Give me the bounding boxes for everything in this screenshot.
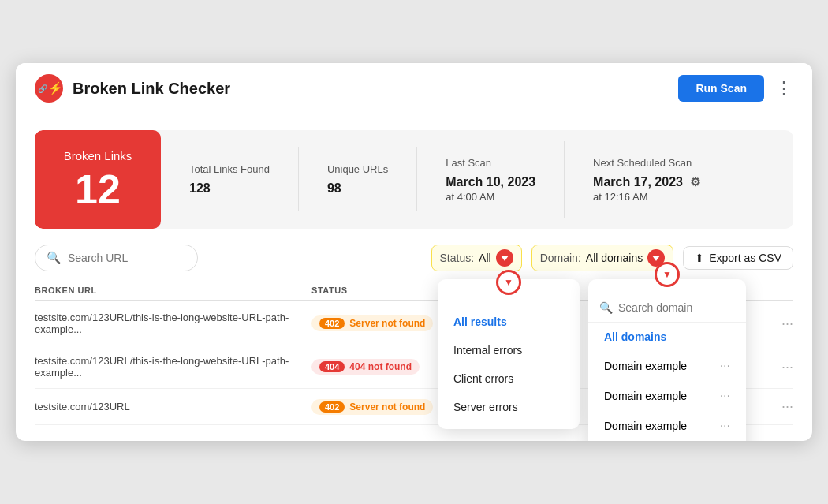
status-filter[interactable]: Status: All bbox=[431, 245, 522, 271]
col-broken-url: BROKEN URL bbox=[35, 286, 311, 295]
search-url-container[interactable]: 🔍 bbox=[35, 245, 198, 271]
unique-urls-stat: Unique URLs 98 bbox=[299, 147, 417, 211]
status-code: 402 bbox=[319, 318, 345, 329]
last-scan-label: Last Scan bbox=[446, 157, 535, 169]
app-title: Broken Link Checker bbox=[73, 80, 678, 98]
row2-more[interactable]: ··· bbox=[746, 359, 793, 375]
row2-url: testsite.com/123URL/this-is-the-long-web… bbox=[35, 355, 311, 379]
status-chevron-button[interactable] bbox=[496, 249, 513, 267]
status-server-errors[interactable]: Server errors bbox=[438, 393, 580, 421]
export-icon: ⬆ bbox=[695, 252, 704, 264]
domain-search-input[interactable] bbox=[618, 301, 729, 314]
col-actions bbox=[746, 286, 793, 295]
total-links-value: 128 bbox=[189, 181, 270, 196]
status-badge-402b: 402 Server not found bbox=[311, 399, 433, 415]
status-chevron-icon bbox=[501, 256, 509, 261]
broken-links-count: 12 bbox=[75, 169, 121, 210]
next-scan-time: at 12:16 AM bbox=[593, 191, 700, 203]
status-code: 404 bbox=[319, 361, 345, 372]
status-filter-value: All bbox=[479, 252, 491, 264]
broken-links-card: Broken Links 12 bbox=[35, 130, 161, 229]
stats-section: Broken Links 12 Total Links Found 128 Un… bbox=[35, 130, 793, 229]
stats-items: Total Links Found 128 Unique URLs 98 Las… bbox=[161, 130, 793, 229]
status-all-results[interactable]: All results bbox=[438, 308, 580, 336]
last-scan-value: March 10, 2023 bbox=[446, 175, 535, 189]
next-scan-value: March 17, 2023 ⚙ bbox=[593, 175, 700, 189]
status-code: 402 bbox=[319, 401, 345, 413]
more-options-icon[interactable]: ⋮ bbox=[775, 80, 793, 97]
row3-url: testsite.com/123URL bbox=[35, 401, 311, 413]
unique-urls-label: Unique URLs bbox=[327, 163, 388, 175]
gear-icon[interactable]: ⚙ bbox=[690, 175, 700, 189]
total-links-label: Total Links Found bbox=[189, 163, 270, 175]
unique-urls-value: 98 bbox=[327, 181, 388, 196]
domain-item-more[interactable]: ··· bbox=[720, 419, 730, 433]
next-scan-label: Next Scheduled Scan bbox=[593, 157, 700, 169]
export-csv-button[interactable]: ⬆ Export as CSV bbox=[683, 246, 793, 270]
export-label: Export as CSV bbox=[709, 252, 781, 264]
domain-chevron-icon bbox=[652, 256, 660, 261]
search-url-icon: 🔍 bbox=[47, 251, 62, 265]
domain-search-icon: 🔍 bbox=[599, 301, 613, 314]
domain-filter-value: All domains bbox=[586, 252, 643, 264]
domain-all[interactable]: All domains bbox=[588, 323, 746, 351]
domain-item-more[interactable]: ··· bbox=[720, 359, 730, 373]
toolbar: 🔍 Status: All Domain: All domains ⬆ bbox=[16, 245, 812, 281]
status-badge-404: 404 404 not found bbox=[311, 359, 420, 375]
status-internal-errors[interactable]: Internal errors bbox=[438, 336, 580, 364]
row1-url: testsite.com/123URL/this-is-the-long-web… bbox=[35, 312, 311, 335]
status-dropdown-indicator bbox=[496, 270, 521, 295]
app-window: 🔗 ⚡ Broken Link Checker Run Scan ⋮ Broke… bbox=[16, 63, 812, 441]
row1-more[interactable]: ··· bbox=[746, 315, 793, 332]
header: 🔗 ⚡ Broken Link Checker Run Scan ⋮ bbox=[16, 63, 812, 114]
status-badge-402: 402 Server not found bbox=[311, 315, 433, 331]
domain-item-2[interactable]: Domain example ··· bbox=[588, 381, 746, 411]
app-logo: 🔗 ⚡ bbox=[35, 74, 63, 103]
status-filter-label: Status: bbox=[440, 252, 475, 264]
domain-dropdown: 🔍 All domains Domain example ··· Domain … bbox=[588, 279, 746, 441]
domain-item-3[interactable]: Domain example ··· bbox=[588, 411, 746, 441]
svg-text:🔗: 🔗 bbox=[38, 84, 48, 94]
domain-filter[interactable]: Domain: All domains bbox=[531, 245, 674, 271]
status-text: 404 not found bbox=[349, 361, 412, 372]
status-text: Server not found bbox=[349, 318, 425, 329]
domain-item-more[interactable]: ··· bbox=[720, 389, 730, 403]
domain-item-1[interactable]: Domain example ··· bbox=[588, 351, 746, 381]
status-dropdown: All results Internal errors Client error… bbox=[438, 279, 580, 429]
domain-filter-label: Domain: bbox=[540, 252, 581, 264]
last-scan-stat: Last Scan March 10, 2023 at 4:00 AM bbox=[417, 141, 565, 218]
status-text: Server not found bbox=[349, 401, 425, 413]
domain-item-label: Domain example bbox=[604, 360, 687, 372]
domain-dropdown-indicator bbox=[655, 262, 680, 287]
domain-item-label: Domain example bbox=[604, 420, 687, 432]
domain-item-label: Domain example bbox=[604, 390, 687, 402]
last-scan-time: at 4:00 AM bbox=[446, 191, 535, 203]
toolbar-wrapper: 🔍 Status: All Domain: All domains ⬆ bbox=[16, 245, 812, 281]
next-scan-stat: Next Scheduled Scan March 17, 2023 ⚙ at … bbox=[565, 141, 729, 218]
row3-more[interactable]: ··· bbox=[746, 398, 793, 415]
domain-search-container[interactable]: 🔍 bbox=[588, 293, 746, 323]
domain-list: All domains Domain example ··· Domain ex… bbox=[588, 323, 746, 441]
broken-links-label: Broken Links bbox=[64, 149, 132, 162]
total-links-stat: Total Links Found 128 bbox=[161, 147, 299, 211]
search-url-input[interactable] bbox=[68, 252, 186, 264]
run-scan-button[interactable]: Run Scan bbox=[678, 75, 764, 102]
status-client-errors[interactable]: Client errors bbox=[438, 364, 580, 393]
